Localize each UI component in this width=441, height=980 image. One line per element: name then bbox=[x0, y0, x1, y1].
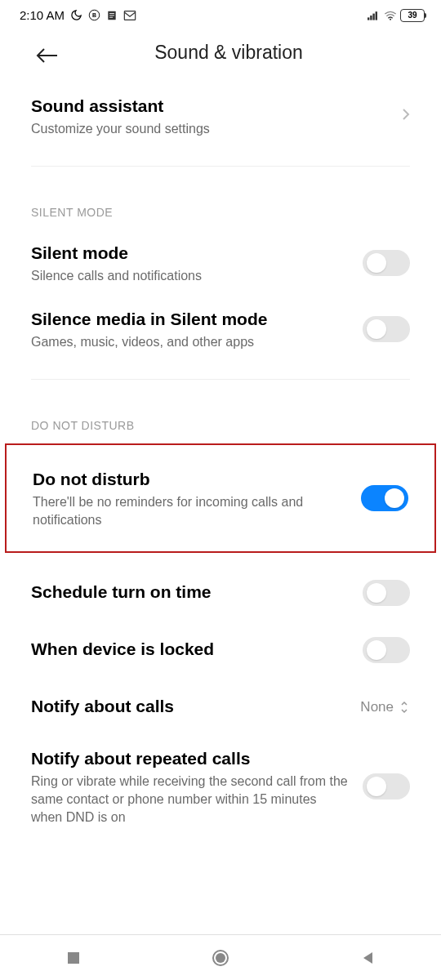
notify-calls-value: None bbox=[360, 699, 394, 715]
dnd-row[interactable]: Do not disturb There'll be no reminders … bbox=[5, 443, 436, 553]
page-title: Sound & vibration bbox=[36, 42, 421, 64]
svg-rect-5 bbox=[109, 16, 113, 17]
divider bbox=[31, 166, 410, 167]
back-button[interactable] bbox=[36, 43, 60, 68]
svg-rect-10 bbox=[376, 11, 377, 20]
locked-title: When device is locked bbox=[31, 638, 350, 660]
silent-mode-title: Silent mode bbox=[31, 242, 350, 264]
moon-icon bbox=[69, 9, 82, 22]
battery-level: 39 bbox=[408, 11, 416, 20]
notify-calls-row[interactable]: Notify about calls None bbox=[0, 679, 441, 736]
schedule-toggle[interactable] bbox=[363, 580, 410, 606]
svg-marker-16 bbox=[363, 952, 372, 964]
section-header-dnd: DO NOT DISTURB bbox=[0, 396, 441, 443]
sound-assistant-title: Sound assistant bbox=[31, 95, 389, 117]
content: Sound assistant Customize your sound set… bbox=[0, 83, 441, 886]
locked-row[interactable]: When device is locked bbox=[0, 621, 441, 679]
notify-repeated-title: Notify about repeated calls bbox=[31, 747, 350, 769]
sound-assistant-row[interactable]: Sound assistant Customize your sound set… bbox=[0, 83, 441, 149]
dnd-toggle[interactable] bbox=[361, 485, 408, 511]
signal-icon bbox=[368, 9, 381, 22]
silence-media-subtitle: Games, music, videos, and other apps bbox=[31, 333, 350, 351]
svg-rect-8 bbox=[370, 16, 372, 20]
dnd-subtitle: There'll be no reminders for incoming ca… bbox=[33, 493, 348, 528]
notify-repeated-row[interactable]: Notify about repeated calls Ring or vibr… bbox=[0, 736, 441, 837]
svg-rect-3 bbox=[109, 13, 114, 14]
svg-rect-7 bbox=[368, 17, 369, 20]
page-header: Sound & vibration bbox=[0, 25, 441, 83]
home-button[interactable] bbox=[212, 949, 229, 967]
wifi-icon bbox=[384, 9, 397, 22]
battery-icon: 39 bbox=[400, 9, 425, 22]
locked-toggle[interactable] bbox=[363, 637, 410, 663]
silent-mode-subtitle: Silence calls and notifications bbox=[31, 267, 350, 285]
sound-assistant-subtitle: Customize your sound settings bbox=[31, 120, 389, 138]
status-time: 2:10 AM bbox=[20, 8, 65, 22]
status-left: 2:10 AM B bbox=[20, 8, 136, 22]
divider bbox=[31, 379, 410, 380]
mail-icon bbox=[123, 9, 136, 22]
notify-calls-title: Notify about calls bbox=[31, 695, 347, 717]
schedule-row[interactable]: Schedule turn on time bbox=[0, 564, 441, 621]
svg-rect-9 bbox=[372, 13, 374, 20]
document-icon bbox=[105, 9, 118, 22]
recent-apps-button[interactable] bbox=[65, 949, 82, 967]
status-right: 39 bbox=[368, 9, 425, 22]
chevron-right-icon bbox=[402, 108, 410, 124]
silent-mode-toggle[interactable] bbox=[363, 250, 410, 276]
silence-media-row[interactable]: Silence media in Silent mode Games, musi… bbox=[0, 296, 441, 363]
notify-repeated-subtitle: Ring or vibrate while receiving the seco… bbox=[31, 773, 350, 826]
silent-mode-row[interactable]: Silent mode Silence calls and notificati… bbox=[0, 230, 441, 296]
back-nav-button[interactable] bbox=[359, 949, 376, 967]
svg-text:B: B bbox=[92, 12, 96, 18]
select-chevrons-icon bbox=[399, 699, 410, 715]
svg-point-15 bbox=[216, 953, 225, 963]
silence-media-toggle[interactable] bbox=[363, 316, 410, 342]
svg-point-11 bbox=[390, 18, 391, 20]
silence-media-title: Silence media in Silent mode bbox=[31, 308, 350, 330]
section-header-silent: SILENT MODE bbox=[0, 183, 441, 230]
notify-repeated-toggle[interactable] bbox=[363, 773, 410, 800]
schedule-title: Schedule turn on time bbox=[31, 581, 350, 603]
svg-rect-6 bbox=[124, 11, 135, 20]
dnd-title: Do not disturb bbox=[33, 468, 348, 490]
b-icon: B bbox=[87, 9, 100, 22]
svg-rect-13 bbox=[68, 952, 79, 964]
navigation-bar bbox=[0, 934, 441, 980]
status-bar: 2:10 AM B 39 bbox=[0, 0, 441, 25]
svg-rect-4 bbox=[109, 15, 114, 16]
